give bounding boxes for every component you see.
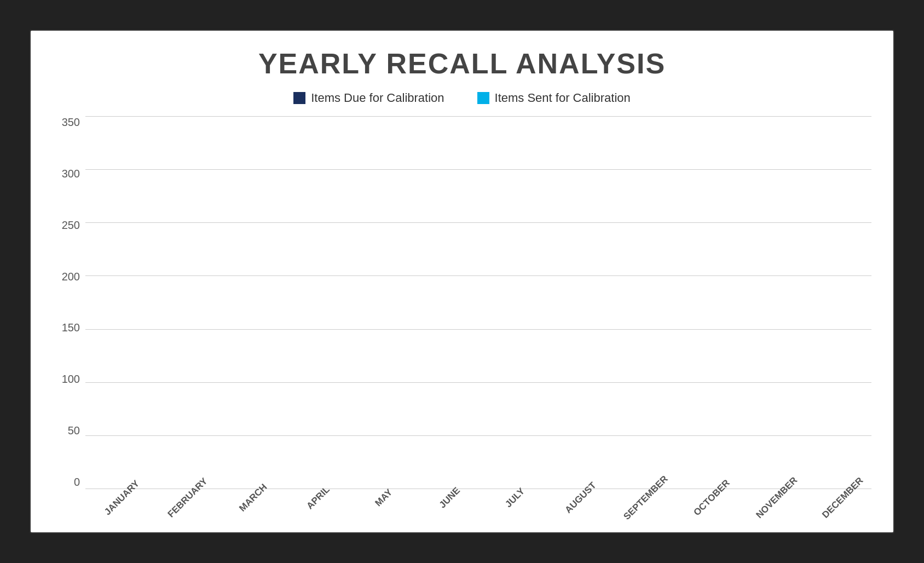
x-label-wrapper: MAY xyxy=(348,491,413,505)
x-label-wrapper: JUNE xyxy=(413,491,478,505)
y-label-50: 50 xyxy=(68,424,80,437)
x-label-wrapper: FEBRUARY xyxy=(151,491,217,505)
y-label-200: 200 xyxy=(62,271,80,283)
y-label-0: 0 xyxy=(74,476,80,489)
x-axis-label: APRIL xyxy=(305,484,332,512)
y-label-150: 150 xyxy=(62,321,80,334)
x-label-wrapper: JULY xyxy=(478,491,544,505)
legend-item-sent: Items Sent for Calibration xyxy=(477,91,631,105)
legend-label-sent: Items Sent for Calibration xyxy=(495,91,631,105)
legend-swatch-due xyxy=(293,92,305,104)
x-axis-label: JULY xyxy=(503,486,527,510)
x-axis-label: MAY xyxy=(373,487,395,509)
x-axis: JANUARYFEBRUARYMARCHAPRILMAYJUNEJULYAUGU… xyxy=(85,489,871,521)
x-axis-label: JUNE xyxy=(437,485,462,510)
chart-container: YEARLY RECALL ANALYSIS Items Due for Cal… xyxy=(30,30,894,533)
y-axis: 350 300 250 200 150 100 50 0 xyxy=(53,116,85,521)
y-label-300: 300 xyxy=(62,168,80,180)
x-label-wrapper: DECEMBER xyxy=(806,491,871,505)
y-label-100: 100 xyxy=(62,373,80,386)
area-chart xyxy=(85,116,871,489)
x-label-wrapper: OCTOBER xyxy=(675,491,741,505)
chart-title: YEARLY RECALL ANALYSIS xyxy=(53,47,871,80)
x-label-wrapper: NOVEMBER xyxy=(741,491,806,505)
legend: Items Due for Calibration Items Sent for… xyxy=(53,91,871,105)
x-label-wrapper: JANUARY xyxy=(85,491,151,505)
x-label-wrapper: APRIL xyxy=(282,491,348,505)
x-label-wrapper: MARCH xyxy=(216,491,282,505)
y-label-350: 350 xyxy=(62,116,80,129)
chart-plot: JANUARYFEBRUARYMARCHAPRILMAYJUNEJULYAUGU… xyxy=(85,116,871,521)
chart-area: 350 300 250 200 150 100 50 0 JANUARYFEBR… xyxy=(53,116,871,521)
x-label-wrapper: SEPTEMBER xyxy=(609,491,675,505)
legend-swatch-sent xyxy=(477,92,489,104)
y-label-250: 250 xyxy=(62,219,80,232)
legend-label-due: Items Due for Calibration xyxy=(311,91,444,105)
legend-item-due: Items Due for Calibration xyxy=(293,91,444,105)
x-label-wrapper: AUGUST xyxy=(544,491,610,505)
